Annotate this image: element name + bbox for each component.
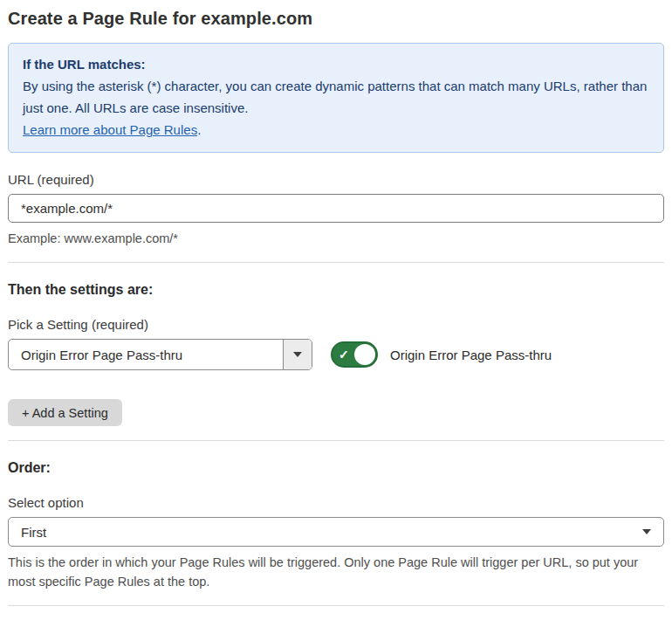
setting-dropdown-button[interactable] [283, 340, 312, 369]
create-page-rule-form: Create a Page Rule for example.com If th… [0, 0, 672, 620]
url-input[interactable] [8, 194, 664, 223]
pick-setting-label: Pick a Setting (required) [8, 317, 664, 332]
order-dropdown-value: First [21, 525, 46, 540]
page-title: Create a Page Rule for example.com [8, 9, 664, 29]
order-helper-text: This is the order in which your Page Rul… [8, 553, 664, 591]
setting-dropdown-value: Origin Error Page Pass-thru [9, 340, 283, 369]
url-example-helper: Example: www.example.com/* [8, 229, 664, 248]
divider [8, 605, 664, 606]
settings-section-heading: Then the settings are: [8, 282, 664, 298]
toggle-knob [354, 344, 375, 365]
caret-down-icon [293, 352, 302, 357]
divider [8, 262, 664, 263]
link-suffix: . [197, 122, 201, 137]
info-box-body: By using the asterisk (*) character, you… [23, 75, 649, 119]
setting-row: Origin Error Page Pass-thru ✓ Origin Err… [8, 339, 664, 370]
setting-dropdown[interactable]: Origin Error Page Pass-thru [8, 339, 312, 370]
order-dropdown[interactable]: First [8, 517, 664, 547]
learn-more-link[interactable]: Learn more about Page Rules [23, 122, 197, 137]
info-box-heading: If the URL matches: [23, 53, 649, 75]
url-field-label: URL (required) [8, 172, 664, 187]
url-match-info-box: If the URL matches: By using the asteris… [8, 43, 664, 153]
toggle-label: Origin Error Page Pass-thru [390, 348, 552, 362]
origin-error-toggle[interactable]: ✓ [331, 341, 378, 368]
check-icon: ✓ [339, 348, 349, 361]
divider [8, 440, 664, 441]
order-select-label: Select option [8, 495, 664, 510]
caret-down-icon [642, 529, 651, 534]
setting-toggle-wrap: ✓ Origin Error Page Pass-thru [331, 341, 552, 368]
order-section-heading: Order: [8, 460, 664, 476]
add-setting-button[interactable]: + Add a Setting [8, 399, 122, 426]
info-box-link-line: Learn more about Page Rules. [23, 119, 649, 141]
